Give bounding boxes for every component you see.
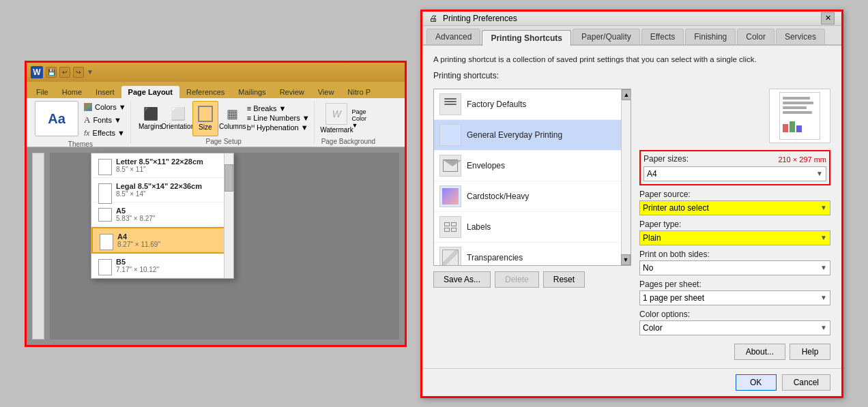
color-options-label: Color options:	[639, 310, 830, 319]
print-both-sides-value: No	[643, 263, 653, 273]
breaks-btn[interactable]: ≡ Breaks ▼	[247, 104, 310, 112]
tab-nitro[interactable]: Nitro P	[341, 86, 377, 98]
theme-side-items: Colors ▼ A Fonts ▼ fx Effects ▼	[84, 101, 126, 139]
paper-sizes-arrow: ▼	[816, 170, 823, 177]
dialog-body: A printing shortcut is a collection of s…	[422, 46, 841, 367]
size-item-a4[interactable]: A4 8.27" × 11.69"	[91, 227, 233, 254]
envelopes-label: Envelopes	[467, 161, 505, 170]
tab-file[interactable]: File	[29, 86, 55, 98]
scrollbar-thumb[interactable]	[225, 164, 233, 192]
colors-item[interactable]: Colors ▼	[84, 101, 126, 113]
paper-source-row: Paper source: Printer auto select ▼	[639, 190, 830, 215]
tab-services[interactable]: Services	[776, 29, 825, 44]
size-dropdown-scrollbar[interactable]	[224, 153, 233, 278]
color-options-row: Color options: Color ▼	[639, 310, 830, 335]
preview-box	[769, 89, 830, 143]
undo-btn[interactable]: ↩	[59, 67, 70, 78]
background-label: Page Background	[321, 136, 376, 145]
cancel-button[interactable]: Cancel	[782, 374, 830, 391]
tab-pagelayout[interactable]: Page Layout	[121, 86, 179, 98]
shortcuts-scrollbar[interactable]: ▲ ▼	[621, 89, 631, 265]
page-color-btn[interactable]: PageColor ▼	[351, 110, 373, 127]
tab-printing-shortcuts[interactable]: Printing Shortcuts	[482, 30, 571, 46]
shortcut-factory[interactable]: Factory Defaults	[434, 89, 631, 120]
colors-icon	[84, 103, 92, 111]
themes-button[interactable]: Aa	[35, 101, 78, 136]
paper-type-value: Plain	[643, 233, 661, 243]
chart-bar-2	[790, 121, 795, 132]
help-button[interactable]: Help	[790, 344, 830, 360]
legal-title: Legal 8.5"×14" 22×36cm	[98, 182, 227, 190]
paper-source-select[interactable]: Printer auto select ▼	[639, 200, 830, 215]
paper-source-arrow: ▼	[820, 204, 827, 211]
paper-type-label: Paper type:	[639, 220, 830, 229]
preview-chart	[780, 120, 820, 134]
tab-color[interactable]: Color	[737, 29, 775, 44]
printer-icon: 🖨	[429, 14, 439, 23]
shortcuts-main: Factory Defaults General Everyday Printi…	[433, 89, 830, 360]
quick-access-arrow[interactable]: ▼	[87, 68, 93, 76]
printing-preferences-dialog: 🖨 Printing Preferences ✕ Advanced Printi…	[420, 10, 843, 398]
size-item-legal[interactable]: Legal 8.5"×14" 22×36cm 8.5" × 14"	[91, 178, 233, 202]
letter-title: Letter 8.5"×11" 22×28cm	[98, 157, 227, 166]
a4-title: A4	[100, 232, 225, 241]
print-both-sides-select[interactable]: No ▼	[639, 260, 830, 275]
tab-home[interactable]: Home	[55, 86, 89, 98]
delete-button[interactable]: Delete	[495, 271, 539, 288]
hyphenation-btn[interactable]: bᴴ Hyphenation ▼	[247, 123, 310, 132]
a5-page-icon	[98, 208, 112, 222]
dialog-titlebar: 🖨 Printing Preferences ✕	[422, 12, 841, 27]
pages-per-sheet-select[interactable]: 1 page per sheet ▼	[639, 290, 830, 305]
a4-page-icon	[100, 234, 113, 250]
shortcut-labels[interactable]: Labels	[434, 212, 631, 243]
tab-references[interactable]: References	[179, 86, 231, 98]
about-button[interactable]: About...	[734, 344, 785, 360]
effects-label: Effects ▼	[93, 129, 125, 137]
orientation-btn[interactable]: ⬜ Orientation	[165, 101, 191, 136]
dialog-description: A printing shortcut is a collection of s…	[433, 54, 830, 65]
reset-button[interactable]: Reset	[543, 271, 585, 288]
envelope-icon	[439, 155, 461, 177]
size-item-letter[interactable]: Letter 8.5"×11" 22×28cm 8.5" × 11"	[91, 153, 233, 178]
margins-btn[interactable]: ⬛ Margins	[138, 101, 164, 136]
tab-finishing[interactable]: Finishing	[685, 29, 736, 44]
shortcut-cardstock[interactable]: Cardstock/Heavy	[434, 181, 631, 212]
watermark-btn[interactable]: W Watermark	[323, 101, 349, 136]
background-group: W Watermark PageColor ▼ Page Background	[317, 101, 380, 144]
tab-paper-quality[interactable]: Paper/Quality	[573, 29, 640, 44]
tab-advanced[interactable]: Advanced	[426, 29, 480, 44]
save-as-button[interactable]: Save As...	[433, 271, 491, 288]
line-numbers-btn[interactable]: ≡ Line Numbers ▼	[247, 114, 310, 122]
tab-view[interactable]: View	[311, 86, 341, 98]
pages-per-sheet-row: Pages per sheet: 1 page per sheet ▼	[639, 280, 830, 305]
size-dropdown[interactable]: Letter 8.5"×11" 22×28cm 8.5" × 11" Legal…	[91, 153, 234, 279]
shortcut-action-buttons: Save As... Delete Reset	[433, 271, 631, 288]
quick-save-btn[interactable]: 💾	[46, 67, 57, 78]
shortcut-general[interactable]: General Everyday Printing	[434, 120, 631, 151]
factory-label: Factory Defaults	[467, 100, 526, 109]
shortcuts-label: Printing shortcuts:	[433, 71, 830, 80]
close-button[interactable]: ✕	[821, 12, 835, 25]
paper-size-header: Paper sizes: 210 × 297 mm	[643, 154, 826, 165]
pages-per-sheet-label: Pages per sheet:	[639, 280, 830, 289]
color-options-select[interactable]: Color ▼	[639, 320, 830, 335]
paper-sizes-select[interactable]: A4 ▼	[643, 166, 826, 181]
colors-label: Colors ▼	[95, 103, 126, 111]
fonts-item[interactable]: A Fonts ▼	[84, 114, 126, 126]
size-item-b5[interactable]: B5 7.17" × 10.12"	[91, 254, 233, 278]
size-item-a5[interactable]: A5 5.83" × 8.27"	[91, 202, 233, 227]
tab-review[interactable]: Review	[273, 86, 311, 98]
size-btn[interactable]: Size	[192, 101, 218, 136]
paper-type-select[interactable]: Plain ▼	[639, 230, 830, 245]
tab-insert[interactable]: Insert	[89, 86, 121, 98]
shortcut-envelopes[interactable]: Envelopes	[434, 151, 631, 181]
tab-mailings[interactable]: Mailings	[231, 86, 272, 98]
shortcut-transparencies[interactable]: Transparencies	[434, 243, 631, 266]
settings-panel: Paper sizes: 210 × 297 mm A4 ▼ Paper sou…	[639, 89, 830, 360]
ok-button[interactable]: OK	[736, 374, 777, 391]
columns-btn[interactable]: ▦ Columns	[220, 101, 246, 136]
paper-sizes-row: Paper sizes: 210 × 297 mm A4 ▼	[639, 150, 830, 185]
effects-item[interactable]: fx Effects ▼	[84, 127, 126, 139]
redo-btn[interactable]: ↪	[73, 67, 84, 78]
tab-effects[interactable]: Effects	[641, 29, 684, 44]
